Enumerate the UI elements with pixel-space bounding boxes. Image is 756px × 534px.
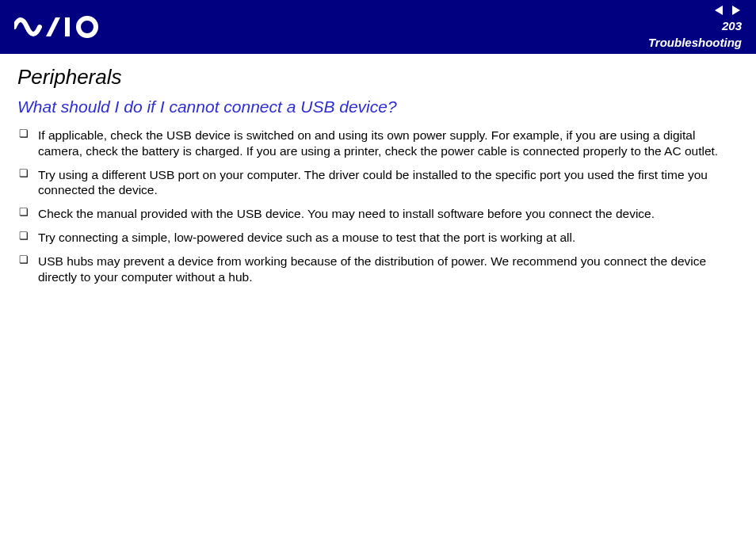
list-item: If applicable, check the USB device is s…	[17, 128, 739, 159]
nav-prev-button[interactable]	[713, 5, 724, 16]
svg-point-1	[78, 18, 96, 36]
section-label: Troubleshooting	[648, 36, 742, 49]
page-title: Peripherals	[17, 65, 739, 90]
svg-rect-0	[65, 17, 70, 36]
list-item: Try connecting a simple, low-powered dev…	[17, 230, 739, 246]
content-area: Peripherals What should I do if I cannot…	[0, 54, 756, 285]
list-item: USB hubs may prevent a device from worki…	[17, 254, 739, 285]
question-heading: What should I do if I cannot connect a U…	[17, 97, 739, 116]
svg-marker-3	[732, 6, 740, 15]
svg-marker-2	[715, 6, 723, 15]
header-bar: 203 Troubleshooting	[0, 0, 756, 54]
nav-arrows	[713, 5, 742, 16]
list-item: Try using a different USB port on your c…	[17, 167, 739, 199]
vaio-logo	[14, 0, 109, 54]
list-item: Check the manual provided with the USB d…	[17, 206, 739, 222]
bullet-list: If applicable, check the USB device is s…	[17, 128, 739, 285]
nav-next-button[interactable]	[731, 5, 742, 16]
page-number: 203	[722, 19, 742, 32]
